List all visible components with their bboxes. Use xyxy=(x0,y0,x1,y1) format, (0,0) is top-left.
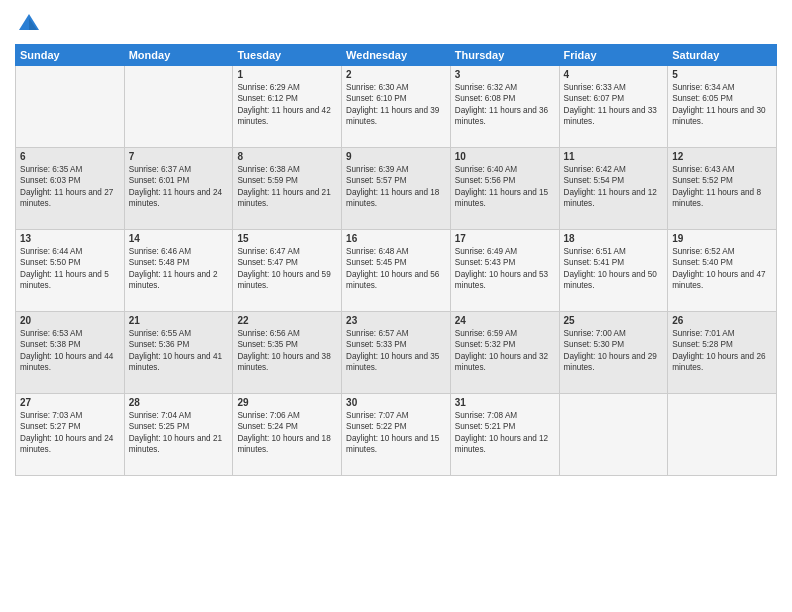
calendar-cell: 18Sunrise: 6:51 AM Sunset: 5:41 PM Dayli… xyxy=(559,230,668,312)
day-header-monday: Monday xyxy=(124,45,233,66)
calendar-table: SundayMondayTuesdayWednesdayThursdayFrid… xyxy=(15,44,777,476)
day-info: Sunrise: 7:00 AM Sunset: 5:30 PM Dayligh… xyxy=(564,328,664,374)
day-info: Sunrise: 6:33 AM Sunset: 6:07 PM Dayligh… xyxy=(564,82,664,128)
week-row-5: 27Sunrise: 7:03 AM Sunset: 5:27 PM Dayli… xyxy=(16,394,777,476)
calendar-cell: 9Sunrise: 6:39 AM Sunset: 5:57 PM Daylig… xyxy=(342,148,451,230)
day-info: Sunrise: 6:53 AM Sunset: 5:38 PM Dayligh… xyxy=(20,328,120,374)
calendar-cell xyxy=(668,394,777,476)
calendar-cell: 15Sunrise: 6:47 AM Sunset: 5:47 PM Dayli… xyxy=(233,230,342,312)
day-number: 29 xyxy=(237,397,337,408)
week-row-4: 20Sunrise: 6:53 AM Sunset: 5:38 PM Dayli… xyxy=(16,312,777,394)
day-info: Sunrise: 6:35 AM Sunset: 6:03 PM Dayligh… xyxy=(20,164,120,210)
day-number: 2 xyxy=(346,69,446,80)
day-info: Sunrise: 6:56 AM Sunset: 5:35 PM Dayligh… xyxy=(237,328,337,374)
day-number: 1 xyxy=(237,69,337,80)
calendar-cell: 23Sunrise: 6:57 AM Sunset: 5:33 PM Dayli… xyxy=(342,312,451,394)
day-number: 26 xyxy=(672,315,772,326)
calendar-cell: 8Sunrise: 6:38 AM Sunset: 5:59 PM Daylig… xyxy=(233,148,342,230)
calendar-cell: 5Sunrise: 6:34 AM Sunset: 6:05 PM Daylig… xyxy=(668,66,777,148)
day-info: Sunrise: 6:34 AM Sunset: 6:05 PM Dayligh… xyxy=(672,82,772,128)
day-number: 7 xyxy=(129,151,229,162)
calendar-cell: 19Sunrise: 6:52 AM Sunset: 5:40 PM Dayli… xyxy=(668,230,777,312)
day-header-sunday: Sunday xyxy=(16,45,125,66)
day-number: 27 xyxy=(20,397,120,408)
calendar-cell: 3Sunrise: 6:32 AM Sunset: 6:08 PM Daylig… xyxy=(450,66,559,148)
day-header-saturday: Saturday xyxy=(668,45,777,66)
day-number: 17 xyxy=(455,233,555,244)
day-header-wednesday: Wednesday xyxy=(342,45,451,66)
week-row-2: 6Sunrise: 6:35 AM Sunset: 6:03 PM Daylig… xyxy=(16,148,777,230)
calendar-cell: 16Sunrise: 6:48 AM Sunset: 5:45 PM Dayli… xyxy=(342,230,451,312)
day-info: Sunrise: 6:47 AM Sunset: 5:47 PM Dayligh… xyxy=(237,246,337,292)
day-info: Sunrise: 6:38 AM Sunset: 5:59 PM Dayligh… xyxy=(237,164,337,210)
day-info: Sunrise: 6:37 AM Sunset: 6:01 PM Dayligh… xyxy=(129,164,229,210)
calendar-header: SundayMondayTuesdayWednesdayThursdayFrid… xyxy=(16,45,777,66)
day-number: 12 xyxy=(672,151,772,162)
calendar-cell xyxy=(16,66,125,148)
calendar-cell: 17Sunrise: 6:49 AM Sunset: 5:43 PM Dayli… xyxy=(450,230,559,312)
logo xyxy=(15,10,47,38)
day-header-friday: Friday xyxy=(559,45,668,66)
day-info: Sunrise: 6:39 AM Sunset: 5:57 PM Dayligh… xyxy=(346,164,446,210)
day-number: 14 xyxy=(129,233,229,244)
day-info: Sunrise: 6:42 AM Sunset: 5:54 PM Dayligh… xyxy=(564,164,664,210)
day-number: 3 xyxy=(455,69,555,80)
week-row-1: 1Sunrise: 6:29 AM Sunset: 6:12 PM Daylig… xyxy=(16,66,777,148)
calendar-cell: 26Sunrise: 7:01 AM Sunset: 5:28 PM Dayli… xyxy=(668,312,777,394)
day-info: Sunrise: 6:51 AM Sunset: 5:41 PM Dayligh… xyxy=(564,246,664,292)
day-header-thursday: Thursday xyxy=(450,45,559,66)
calendar-cell: 29Sunrise: 7:06 AM Sunset: 5:24 PM Dayli… xyxy=(233,394,342,476)
day-info: Sunrise: 6:55 AM Sunset: 5:36 PM Dayligh… xyxy=(129,328,229,374)
calendar-cell: 1Sunrise: 6:29 AM Sunset: 6:12 PM Daylig… xyxy=(233,66,342,148)
calendar-cell: 12Sunrise: 6:43 AM Sunset: 5:52 PM Dayli… xyxy=(668,148,777,230)
day-info: Sunrise: 6:48 AM Sunset: 5:45 PM Dayligh… xyxy=(346,246,446,292)
day-number: 18 xyxy=(564,233,664,244)
day-info: Sunrise: 7:08 AM Sunset: 5:21 PM Dayligh… xyxy=(455,410,555,456)
calendar-cell: 22Sunrise: 6:56 AM Sunset: 5:35 PM Dayli… xyxy=(233,312,342,394)
day-info: Sunrise: 6:30 AM Sunset: 6:10 PM Dayligh… xyxy=(346,82,446,128)
day-number: 21 xyxy=(129,315,229,326)
day-number: 13 xyxy=(20,233,120,244)
day-number: 4 xyxy=(564,69,664,80)
day-number: 23 xyxy=(346,315,446,326)
day-info: Sunrise: 6:59 AM Sunset: 5:32 PM Dayligh… xyxy=(455,328,555,374)
calendar-cell: 10Sunrise: 6:40 AM Sunset: 5:56 PM Dayli… xyxy=(450,148,559,230)
calendar-cell xyxy=(559,394,668,476)
logo-icon xyxy=(15,10,43,38)
calendar-cell: 7Sunrise: 6:37 AM Sunset: 6:01 PM Daylig… xyxy=(124,148,233,230)
calendar-cell: 6Sunrise: 6:35 AM Sunset: 6:03 PM Daylig… xyxy=(16,148,125,230)
calendar-cell: 30Sunrise: 7:07 AM Sunset: 5:22 PM Dayli… xyxy=(342,394,451,476)
calendar-cell: 25Sunrise: 7:00 AM Sunset: 5:30 PM Dayli… xyxy=(559,312,668,394)
day-info: Sunrise: 7:03 AM Sunset: 5:27 PM Dayligh… xyxy=(20,410,120,456)
day-info: Sunrise: 7:04 AM Sunset: 5:25 PM Dayligh… xyxy=(129,410,229,456)
week-row-3: 13Sunrise: 6:44 AM Sunset: 5:50 PM Dayli… xyxy=(16,230,777,312)
calendar-cell: 21Sunrise: 6:55 AM Sunset: 5:36 PM Dayli… xyxy=(124,312,233,394)
day-info: Sunrise: 7:01 AM Sunset: 5:28 PM Dayligh… xyxy=(672,328,772,374)
day-number: 19 xyxy=(672,233,772,244)
calendar-cell: 27Sunrise: 7:03 AM Sunset: 5:27 PM Dayli… xyxy=(16,394,125,476)
day-number: 30 xyxy=(346,397,446,408)
calendar-cell: 31Sunrise: 7:08 AM Sunset: 5:21 PM Dayli… xyxy=(450,394,559,476)
day-info: Sunrise: 6:49 AM Sunset: 5:43 PM Dayligh… xyxy=(455,246,555,292)
calendar-cell: 24Sunrise: 6:59 AM Sunset: 5:32 PM Dayli… xyxy=(450,312,559,394)
calendar-cell: 20Sunrise: 6:53 AM Sunset: 5:38 PM Dayli… xyxy=(16,312,125,394)
day-number: 31 xyxy=(455,397,555,408)
calendar-cell xyxy=(124,66,233,148)
header xyxy=(15,10,777,38)
day-info: Sunrise: 6:44 AM Sunset: 5:50 PM Dayligh… xyxy=(20,246,120,292)
calendar-cell: 11Sunrise: 6:42 AM Sunset: 5:54 PM Dayli… xyxy=(559,148,668,230)
day-number: 25 xyxy=(564,315,664,326)
day-number: 5 xyxy=(672,69,772,80)
day-number: 28 xyxy=(129,397,229,408)
day-number: 6 xyxy=(20,151,120,162)
day-info: Sunrise: 6:46 AM Sunset: 5:48 PM Dayligh… xyxy=(129,246,229,292)
day-number: 15 xyxy=(237,233,337,244)
day-number: 24 xyxy=(455,315,555,326)
calendar-cell: 2Sunrise: 6:30 AM Sunset: 6:10 PM Daylig… xyxy=(342,66,451,148)
day-number: 9 xyxy=(346,151,446,162)
day-info: Sunrise: 6:52 AM Sunset: 5:40 PM Dayligh… xyxy=(672,246,772,292)
day-info: Sunrise: 6:57 AM Sunset: 5:33 PM Dayligh… xyxy=(346,328,446,374)
day-number: 10 xyxy=(455,151,555,162)
day-info: Sunrise: 7:06 AM Sunset: 5:24 PM Dayligh… xyxy=(237,410,337,456)
day-number: 16 xyxy=(346,233,446,244)
